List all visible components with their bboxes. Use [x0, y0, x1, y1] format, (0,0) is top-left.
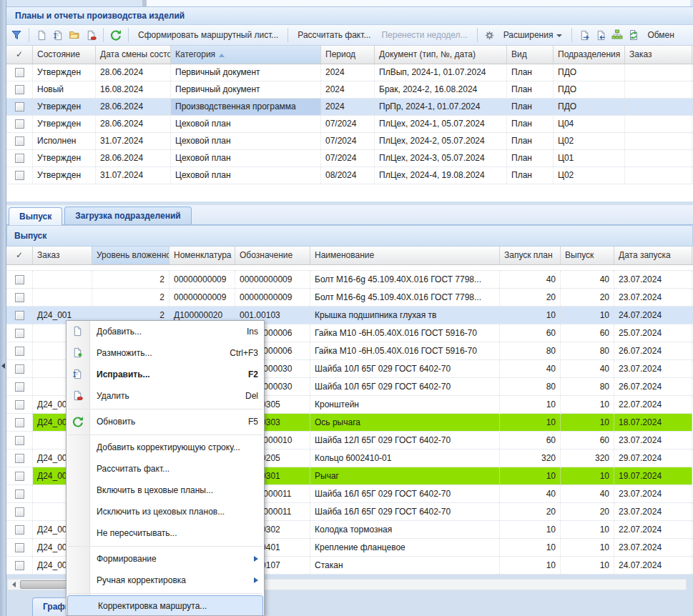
- menu-item-label: Добавить корректирующую строку...: [97, 442, 258, 452]
- table-row[interactable]: Утвержден28.06.2024Цеховой план07/2024Пл…: [6, 116, 693, 133]
- row-checkbox[interactable]: [15, 436, 24, 445]
- row-checkbox[interactable]: [15, 400, 24, 409]
- table-row[interactable]: Исполнен31.07.2024Цеховой план07/2024ПлЦ…: [6, 133, 693, 150]
- row-checkbox[interactable]: [15, 275, 24, 284]
- refresh-icon[interactable]: [109, 28, 123, 42]
- table-cell: Утвержден: [33, 116, 96, 132]
- table-cell: 10: [561, 539, 614, 556]
- left-collapsed-panel-splitter[interactable]: [0, 0, 6, 616]
- tab-vypusk[interactable]: Выпуск: [9, 207, 62, 225]
- table-row[interactable]: Утвержден28.06.2024Производственная прог…: [6, 99, 693, 116]
- select-all-column-header[interactable]: ✓: [6, 247, 33, 264]
- scroll-left-button[interactable]: [8, 580, 19, 590]
- row-checkbox[interactable]: [15, 472, 24, 481]
- row-checkbox[interactable]: [15, 154, 24, 163]
- column-header[interactable]: Наименование: [310, 247, 500, 264]
- row-checkbox[interactable]: [15, 490, 24, 499]
- row-checkbox[interactable]: [15, 68, 24, 77]
- column-header[interactable]: Обозначение: [235, 247, 310, 264]
- row-checkbox[interactable]: [15, 136, 24, 146]
- row-checkbox-cell: [6, 324, 33, 342]
- tab-zagruzka-podrazdeleniy[interactable]: Загрузка подразделений: [64, 207, 191, 224]
- row-checkbox[interactable]: [15, 102, 24, 111]
- row-checkbox[interactable]: [15, 119, 24, 129]
- table-cell: 10: [561, 414, 614, 431]
- column-header[interactable]: Документ (тип, №, дата): [375, 46, 507, 64]
- table-row[interactable]: Утвержден28.06.2024Цеховой план07/2024Пл…: [6, 150, 693, 167]
- column-header[interactable]: Состояние: [33, 46, 96, 64]
- row-checkbox[interactable]: [15, 85, 24, 94]
- menu-item[interactable]: ОбновитьF5: [67, 411, 264, 432]
- column-header[interactable]: Заказ: [625, 46, 692, 64]
- column-header[interactable]: Выпуск: [561, 247, 614, 264]
- import-doc-icon[interactable]: [594, 28, 608, 42]
- column-header[interactable]: Заказ: [33, 247, 92, 264]
- delete-doc-icon[interactable]: [84, 28, 98, 42]
- edit-doc-icon[interactable]: [51, 28, 65, 42]
- table-cell: 10: [561, 521, 614, 538]
- row-checkbox[interactable]: [15, 454, 24, 463]
- row-checkbox[interactable]: [15, 347, 24, 356]
- row-checkbox[interactable]: [15, 311, 24, 320]
- menu-item[interactable]: Корректировка маршрута...: [67, 595, 263, 616]
- menu-item[interactable]: Исправить...F2: [67, 364, 264, 385]
- hierarchy-icon[interactable]: [610, 28, 624, 42]
- menu-item[interactable]: Ручная корректировка: [67, 570, 264, 591]
- menu-item-label: Ручная корректировка: [97, 575, 247, 585]
- exchange-button[interactable]: Обмен: [643, 30, 679, 40]
- menu-item[interactable]: Размножить...Ctrl+F3: [67, 342, 264, 364]
- table-row[interactable]: Утвержден28.06.2024Первичный документ202…: [6, 64, 693, 81]
- row-checkbox[interactable]: [15, 382, 24, 392]
- menu-item[interactable]: Добавить...Ins: [67, 321, 264, 342]
- column-header[interactable]: Вид: [507, 46, 554, 64]
- menu-item[interactable]: Исключить из цеховых планов...: [67, 501, 264, 522]
- row-checkbox[interactable]: [15, 171, 24, 180]
- row-checkbox[interactable]: [15, 364, 24, 374]
- table-row[interactable]: 20000000000900000000009Болт М16-6g 45.10…: [6, 289, 693, 307]
- menu-item-label: Обновить: [97, 417, 241, 427]
- column-header[interactable]: Период: [321, 46, 375, 64]
- table-cell: 10: [561, 396, 614, 413]
- row-checkbox[interactable]: [15, 507, 24, 517]
- column-header[interactable]: Дата запуска: [614, 247, 692, 264]
- row-checkbox[interactable]: [15, 329, 24, 338]
- column-header[interactable]: Дата смены состояния: [96, 46, 171, 64]
- table-cell: 22.07.2024: [614, 396, 692, 413]
- open-folder-icon[interactable]: [67, 28, 82, 42]
- export-doc-icon[interactable]: [577, 28, 591, 42]
- row-checkbox[interactable]: [15, 543, 24, 552]
- column-header[interactable]: Запуск план: [500, 247, 561, 264]
- row-checkbox[interactable]: [15, 293, 24, 302]
- table-cell: 25.07.2024: [614, 324, 692, 342]
- filter-icon[interactable]: [9, 28, 24, 42]
- new-doc-icon[interactable]: [34, 28, 49, 42]
- menu-item[interactable]: Рассчитать факт...: [67, 458, 264, 480]
- table-cell: 07/2024: [321, 133, 375, 149]
- row-checkbox[interactable]: [15, 418, 24, 427]
- clipped-scrolled-row[interactable]: [6, 265, 693, 271]
- table-row[interactable]: Новый16.08.2024Первичный документ2024Бра…: [6, 81, 693, 99]
- table-cell: Новый: [33, 81, 96, 98]
- row-checkbox[interactable]: [15, 525, 24, 535]
- menu-item[interactable]: Добавить корректирующую строку...: [67, 437, 264, 458]
- extensions-gear-icon[interactable]: [483, 28, 497, 42]
- column-header[interactable]: Подразделения: [554, 46, 625, 64]
- table-cell: 2024: [321, 81, 375, 98]
- table-row[interactable]: 20000000000900000000009Болт М16-6g 45.10…: [6, 271, 693, 289]
- menu-item[interactable]: Не пересчитывать...: [67, 522, 264, 544]
- make-route-list-button[interactable]: Сформировать маршрутный лист...: [134, 30, 282, 40]
- column-header[interactable]: Уровень вложенности: [92, 247, 169, 264]
- calc-fact-button[interactable]: Рассчитать факт...: [293, 30, 375, 40]
- exchange-doc-icon[interactable]: [626, 28, 641, 42]
- menu-item[interactable]: УдалитьDel: [67, 385, 264, 407]
- row-checkbox[interactable]: [15, 561, 24, 570]
- extensions-button[interactable]: Расширения: [499, 30, 567, 40]
- menu-item[interactable]: Формирование: [67, 548, 264, 570]
- column-header[interactable]: Номенклатура: [169, 247, 235, 264]
- table-row[interactable]: Утвержден31.07.2024Цеховой план08/2024Пл…: [6, 167, 693, 184]
- column-header[interactable]: Категория: [171, 46, 321, 64]
- select-all-column-header[interactable]: ✓: [6, 46, 33, 64]
- collapse-left-icon[interactable]: [1, 363, 5, 369]
- menu-item[interactable]: Включить в цеховые планы...: [67, 480, 264, 501]
- table-cell: Ц02: [554, 133, 625, 149]
